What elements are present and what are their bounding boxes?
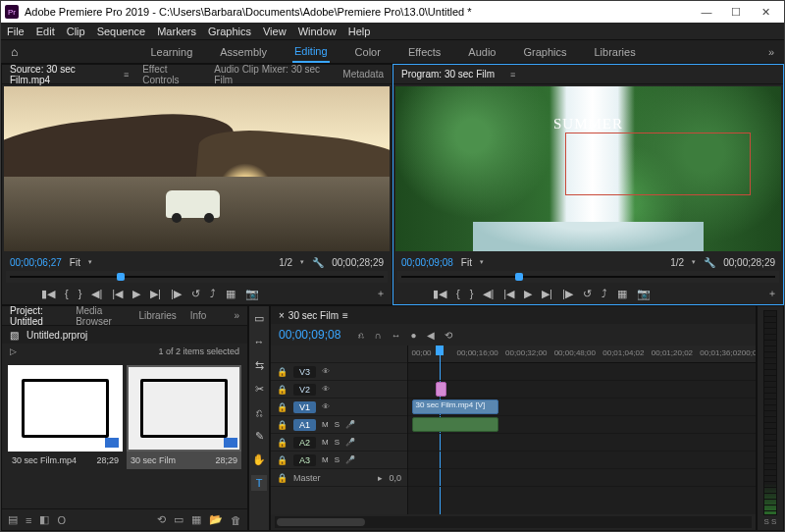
workspace-tab-effects[interactable]: Effects [406,42,443,62]
menu-file[interactable]: File [7,26,25,37]
timeline-timecode[interactable]: 00;00;09;08 [279,328,340,342]
filter-bin-icon[interactable]: ▷ [10,346,17,356]
tl-snap-icon[interactable]: ∩ [374,330,381,341]
libraries-tab[interactable]: Libraries [138,310,176,321]
program-fit-dropdown[interactable]: Fit [461,257,472,268]
source-panel-menu-icon[interactable]: ≡ [124,70,129,80]
media-browser-tab[interactable]: Media Browser [76,305,125,327]
tl-nest-icon[interactable]: ⎌ [358,330,364,341]
track-header-v2[interactable]: 🔒V2👁 [271,381,407,399]
prog-lift-icon[interactable]: ↺ [583,288,592,300]
prog-brace-out-icon[interactable]: } [470,288,474,299]
track-area[interactable]: 00;00 00;00;16;00 00;00;32;00 00;00;48;0… [408,346,756,514]
prog-go-out-icon[interactable]: |▶ [562,288,573,300]
lane-a3[interactable] [408,452,756,469]
find-icon[interactable]: ▭ [174,513,183,526]
program-resolution-dropdown[interactable]: 1/2 [670,257,684,268]
program-settings-icon[interactable]: 🔧 [704,257,715,268]
home-icon[interactable]: ⌂ [11,45,18,59]
info-tab[interactable]: Info [190,310,207,321]
workspace-tab-libraries[interactable]: Libraries [593,42,638,62]
window-close-button[interactable]: ✕ [751,6,780,19]
project-item-2[interactable]: 30 sec Film28;29 [127,365,241,503]
workspace-tab-learning[interactable]: Learning [148,42,194,62]
menu-sequence[interactable]: Sequence [97,26,146,37]
audio-clip-mixer-tab[interactable]: Audio Clip Mixer: 30 sec Film [214,64,329,85]
prog-play-icon[interactable]: ▶ [524,288,532,300]
prog-step-fwd-icon[interactable]: ▶| [542,288,552,300]
menu-help[interactable]: Help [348,26,371,37]
track-header-a3[interactable]: 🔒A3MS🎤 [271,452,407,469]
track-header-v1[interactable]: 🔒V1👁 [271,399,407,416]
menu-markers[interactable]: Markers [157,26,196,37]
lane-v3[interactable] [408,363,756,381]
track-header-v3[interactable]: 🔒V3👁 [271,363,407,381]
zoom-slider-icon[interactable]: O [57,514,66,526]
source-add-button-icon[interactable]: ＋ [376,287,386,300]
effect-controls-tab[interactable]: Effect Controls [142,64,200,85]
tl-settings-icon[interactable]: ◀ [427,330,435,341]
overwrite-icon[interactable]: ⤴ [210,288,216,299]
track-header-a2[interactable]: 🔒A2MS🎤 [271,434,407,452]
audio-meter[interactable] [763,310,777,515]
slip-tool-icon[interactable]: ⎌ [251,404,267,420]
workspace-tab-color[interactable]: Color [353,42,383,62]
lane-a2[interactable] [408,434,756,452]
menu-clip[interactable]: Clip [67,26,85,37]
insert-icon[interactable]: ↺ [191,288,200,300]
program-add-button-icon[interactable]: ＋ [767,287,777,300]
go-in-icon[interactable]: ◀| [91,288,102,300]
clip-audio[interactable] [412,417,499,432]
project-item-1[interactable]: 30 sec Film.mp428;29 [8,365,123,503]
track-header-a1[interactable]: 🔒A1MS🎤 [271,416,407,434]
selection-tool-icon[interactable]: ▭ [251,310,267,326]
workspace-tab-graphics[interactable]: Graphics [521,42,568,62]
export-frame-icon[interactable]: ▦ [226,288,236,300]
sequence-tab[interactable]: 30 sec Film [288,310,339,321]
track-select-tool-icon[interactable]: ↔ [251,334,267,349]
snapshot-icon[interactable]: 📷 [245,288,259,300]
menu-graphics[interactable]: Graphics [208,26,251,37]
lane-a1[interactable] [408,416,756,434]
program-scrub-bar[interactable] [397,271,779,283]
icon-view-icon[interactable]: ≡ [26,514,31,526]
source-video-display[interactable] [4,86,390,251]
prog-export-frame-icon[interactable]: ▦ [617,288,627,300]
delete-icon[interactable]: 🗑 [231,514,241,526]
mark-in-icon[interactable]: ▮◀ [41,288,55,300]
workspace-tab-audio[interactable]: Audio [466,42,497,62]
lane-v1[interactable]: 30 sec Film.mp4 [V] [408,399,756,416]
metadata-tab[interactable]: Metadata [342,69,384,80]
window-maximize-button[interactable]: ☐ [721,6,751,19]
program-panel-menu-icon[interactable]: ≡ [510,70,515,80]
program-video-display[interactable]: SUMMER [395,86,781,251]
prog-go-in-icon[interactable]: ◀| [483,288,494,300]
menu-view[interactable]: View [263,26,287,37]
clip-video[interactable]: 30 sec Film.mp4 [V] [412,399,499,414]
workspace-tab-editing[interactable]: Editing [292,41,330,63]
track-header-master[interactable]: 🔒Master▸0,0 [271,469,407,487]
clip-graphic[interactable] [436,382,446,397]
new-bin-icon[interactable]: ▦ [191,513,201,526]
ripple-tool-icon[interactable]: ⇆ [251,357,267,373]
mark-out-brace-icon[interactable]: } [78,288,82,299]
new-item-icon[interactable]: 📂 [209,513,223,526]
prog-snapshot-icon[interactable]: 📷 [637,288,651,300]
workspace-tab-assembly[interactable]: Assembly [218,42,269,62]
menu-window[interactable]: Window [298,26,337,37]
source-settings-icon[interactable]: 🔧 [312,257,324,268]
go-out-icon[interactable]: |▶ [171,288,182,300]
timeline-ruler[interactable]: 00;00 00;00;16;00 00;00;32;00 00;00;48;0… [408,346,756,363]
lane-v2[interactable] [408,381,756,399]
workspace-overflow-icon[interactable]: » [768,46,774,58]
source-tab[interactable]: Source: 30 sec Film.mp4 [10,64,108,85]
source-fit-dropdown[interactable]: Fit [70,257,80,268]
lane-master[interactable] [408,469,756,487]
prog-step-back-icon[interactable]: |◀ [503,288,514,300]
source-scrub-bar[interactable] [6,271,388,283]
timeline-menu-icon[interactable]: ≡ [342,310,348,321]
program-timecode-in[interactable]: 00;00;09;08 [401,257,453,268]
tl-wrench-icon[interactable]: ⟲ [445,330,452,341]
tl-marker-icon[interactable]: ● [411,330,417,341]
freeform-view-icon[interactable]: ◧ [39,513,49,526]
